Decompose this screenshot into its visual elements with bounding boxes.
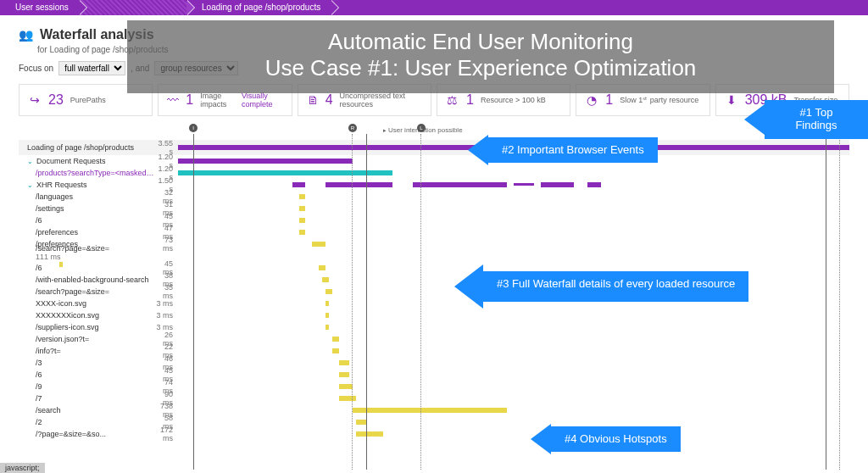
row-document-url[interactable]: /products?searchType=<masked>&page... 1.… — [19, 167, 849, 179]
row-name: /languages — [19, 192, 154, 201]
breadcrumb-item-user-sessions[interactable]: User sessions — [0, 0, 79, 15]
tile-number: 4 — [326, 92, 333, 108]
arrow-left-icon — [468, 135, 488, 165]
row-name: /6 — [19, 370, 154, 379]
xhr-row[interactable]: /7 90 ms — [19, 392, 849, 404]
focus-label: Focus on — [19, 64, 53, 73]
row-name: /search — [19, 406, 154, 415]
bar-resource — [326, 313, 329, 318]
xhr-row[interactable]: /info?t= 22 ms — [19, 345, 849, 357]
row-name: ⌄XHR Requests — [19, 181, 154, 189]
overlay-title: Automatic End User Monitoring Use Case #… — [127, 20, 834, 93]
row-name: /search?page=&size= — [19, 287, 154, 296]
overlay-line1: Automatic End User Monitoring — [144, 29, 817, 55]
bar-xhr — [413, 182, 507, 187]
tile-text: Resource > 100 kB — [481, 96, 546, 104]
row-time: 3 ms — [154, 299, 178, 308]
row-time: 172 ms — [154, 426, 178, 442]
callout-4: #4 Obvious Hotspots — [531, 424, 681, 454]
row-name: /settings — [19, 204, 154, 213]
tile-text: Image impacts — [200, 92, 235, 109]
xhr-row[interactable]: /search 738 ms — [19, 404, 849, 416]
bar-teal — [178, 170, 392, 175]
bar-resource — [299, 206, 306, 211]
group-document-requests[interactable]: ⌄Document Requests 1.20 s — [19, 155, 849, 167]
arrow-left-icon — [744, 104, 765, 135]
callout-2: #2 Important Browser Events — [468, 135, 658, 165]
wave-icon: 〰 — [167, 93, 179, 107]
row-name: /with-enabled-background-search — [19, 275, 154, 284]
download-icon: ⬇ — [725, 93, 738, 107]
xhr-row[interactable]: /6 45 ms — [19, 214, 849, 226]
bar-resource — [326, 301, 329, 306]
marker-row: User interaction possible — [19, 126, 849, 136]
xhr-row[interactable]: /languages 32 ms — [19, 191, 849, 203]
xhr-row[interactable]: XXXXXXXicon.svg 3 ms — [19, 309, 849, 321]
breadcrumb-item-page[interactable]: Loading of page /shop/products — [186, 0, 331, 15]
chevron-down-icon: ⌄ — [27, 181, 33, 189]
callout-text: #1 Top Findings — [765, 100, 868, 139]
row-name: /9 — [19, 382, 154, 391]
users-icon: 👥 — [19, 28, 33, 42]
bar-xhr — [326, 182, 392, 187]
status-bar: javascript; — [0, 463, 45, 473]
xhr-row[interactable]: /settings 31 ms — [19, 203, 849, 214]
bar-resource — [299, 230, 306, 235]
tile-text: Slow 1ˢᵗ party resource — [620, 96, 698, 104]
arrow-left-icon — [531, 424, 551, 454]
row-name: /preferences — [19, 228, 154, 236]
breadcrumb: User sessions Loading of page /shop/prod… — [0, 0, 868, 15]
xhr-row[interactable]: /?page=&size=&so... 172 ms — [19, 428, 849, 440]
bar-doc — [178, 159, 353, 164]
row-name: /suppliers-icon.svg — [19, 323, 154, 331]
document-icon: 🗎 — [307, 93, 319, 107]
tile-text: Uncompressed text resources — [340, 92, 422, 109]
callout-1: #1 Top Findings — [744, 100, 868, 139]
xhr-row[interactable]: /search?page=&size= 111 ms — [19, 250, 849, 262]
row-name: /?page=&size=&so... — [19, 430, 154, 438]
visually-complete-link[interactable]: Visually complete — [242, 92, 283, 109]
bar-resource — [326, 325, 329, 330]
bar-resource — [299, 194, 306, 199]
callout-text: #3 Full Waterfall details of every loade… — [483, 271, 748, 302]
scale-icon: ⚖ — [446, 93, 459, 107]
bar-resource — [339, 384, 353, 389]
xhr-row[interactable]: /suppliers-icon.svg 3 ms — [19, 321, 849, 333]
purepath-icon: ↪ — [28, 93, 42, 107]
bar-resource — [339, 372, 349, 377]
xhr-row[interactable]: /version.json?t= 26 ms — [19, 333, 849, 345]
bar-xhr — [587, 182, 601, 187]
row-name: /6 — [19, 264, 154, 272]
callout-3: #3 Full Waterfall details of every loade… — [454, 264, 748, 309]
row-page-load[interactable]: Loading of page /shop/products 3.55 s — [19, 140, 849, 155]
xhr-row[interactable]: /3 46 ms — [19, 357, 849, 369]
row-name: XXXX-icon.svg — [19, 299, 154, 308]
bar-resource — [326, 289, 332, 294]
overlay-line2: Use Case #1: User Experience Optimizatio… — [144, 55, 817, 81]
arrow-left-icon — [454, 264, 483, 309]
bar-resource — [322, 277, 329, 282]
interaction-marker: User interaction possible — [383, 126, 463, 134]
row-name: /2 — [19, 418, 154, 426]
breadcrumb-item-mid[interactable] — [79, 0, 186, 15]
xhr-row[interactable]: /2 58 ms — [19, 416, 849, 428]
row-name: /6 — [19, 216, 154, 225]
row-name: Loading of page /shop/products — [19, 143, 154, 152]
bar-resource — [299, 218, 306, 223]
xhr-row[interactable]: /6 45 ms — [19, 369, 849, 381]
bar-xhr — [514, 183, 534, 186]
clock-icon: ◔ — [585, 93, 598, 107]
xhr-row[interactable]: /preferences 47 ms — [19, 226, 849, 238]
tile-number: 1 — [186, 92, 193, 108]
xhr-row[interactable]: /9 74 ms — [19, 381, 849, 392]
tile-number: 23 — [48, 92, 64, 108]
callout-text: #2 Important Browser Events — [488, 137, 658, 164]
bar-resource — [356, 431, 383, 437]
bar-resource — [332, 348, 339, 353]
group-xhr-requests[interactable]: ⌄XHR Requests 1.50 s — [19, 179, 849, 191]
bar-resource — [339, 396, 356, 401]
row-time: 111 ms — [36, 253, 59, 261]
row-name: XXXXXXXicon.svg — [19, 311, 154, 320]
row-name: /info?t= — [19, 347, 154, 355]
focus-select[interactable]: full waterfall — [58, 61, 125, 75]
